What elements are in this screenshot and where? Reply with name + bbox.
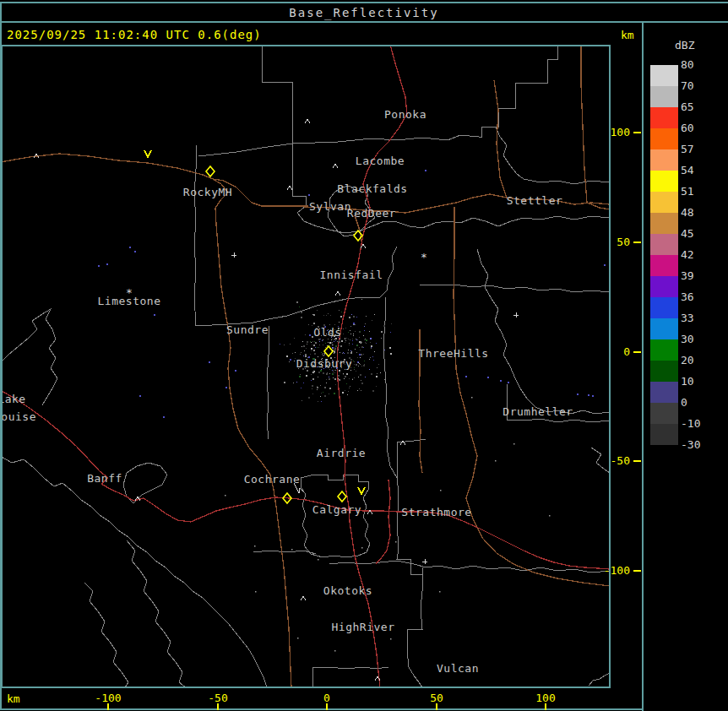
clutter-echo-dot — [354, 377, 355, 378]
clutter-echo-dot — [290, 344, 291, 345]
clutter-echo-dot — [339, 310, 340, 311]
clutter-echo-dot — [353, 334, 354, 334]
clutter-echo-dot — [320, 396, 321, 397]
clutter-echo-dot — [329, 377, 329, 377]
clutter-echo-dot — [317, 386, 318, 387]
clutter-echo-dot — [389, 347, 391, 349]
clutter-echo-dot — [334, 339, 334, 340]
clutter-echo-dot — [329, 393, 329, 394]
clutter-echo-dot — [323, 392, 323, 393]
clutter-echo-dot — [324, 387, 326, 388]
clutter-echo-dot — [361, 354, 362, 356]
clutter-echo-dot — [352, 340, 353, 341]
bottom-axis-tick — [545, 703, 546, 710]
clutter-echo-dot — [299, 376, 301, 377]
clutter-echo-dot — [299, 307, 300, 307]
clutter-echo-dot — [356, 345, 357, 346]
county-boundary-line — [420, 285, 610, 292]
weak-echo-dot — [235, 370, 236, 372]
clutter-echo-dot — [320, 339, 321, 339]
clutter-echo-dot — [313, 314, 315, 316]
colorbar-tick-label: 33 — [681, 312, 694, 324]
county-boundary-line — [397, 439, 426, 442]
city-label: Cochrane — [244, 473, 301, 486]
clutter-echo-dot — [326, 383, 327, 383]
colorbar-box — [650, 424, 678, 445]
clutter-echo-dot — [332, 347, 334, 349]
clutter-echo-dot — [315, 342, 317, 344]
city-label: Drumheller — [503, 405, 573, 418]
clutter-echo-dot — [345, 342, 345, 343]
weak-echo-dot — [604, 264, 606, 266]
clutter-echo-dot — [383, 325, 385, 327]
clutter-echo-dot — [350, 326, 351, 327]
stray-echo-dot — [361, 547, 363, 549]
city-label: Lake — [0, 393, 26, 405]
right-axis-tick-label: 100 — [603, 126, 630, 138]
colorbar-tick-label: 51 — [681, 185, 694, 198]
colorbar-box — [650, 128, 678, 149]
clutter-echo-dot — [315, 347, 316, 348]
clutter-echo-dot — [324, 354, 325, 355]
clutter-echo-dot — [357, 390, 358, 391]
bottom-axis-tick-label: 50 — [411, 692, 462, 704]
county-boundary-line — [127, 540, 186, 687]
clutter-echo-dot — [334, 378, 336, 380]
clutter-echo-dot — [334, 341, 334, 342]
clutter-echo-dot — [360, 374, 361, 376]
colorbar-tick-label: -30 — [681, 438, 700, 451]
clutter-echo-dot — [328, 313, 329, 314]
clutter-echo-dot — [318, 372, 320, 373]
v-marker-icon — [144, 150, 151, 157]
clutter-echo-dot — [332, 339, 333, 339]
clutter-echo-dot — [302, 346, 302, 347]
clutter-echo-dot — [353, 316, 355, 318]
clutter-echo-dot — [377, 367, 378, 368]
clutter-echo-dot — [349, 317, 350, 318]
clutter-echo-dot — [348, 332, 349, 333]
bottom-axis-unit: km — [7, 692, 20, 705]
clutter-echo-dot — [312, 314, 313, 315]
right-axis-tick — [633, 132, 641, 133]
clutter-echo-dot — [366, 339, 367, 341]
clutter-echo-dot — [360, 331, 361, 332]
clutter-echo-dot — [320, 385, 321, 386]
highway-brown-line — [454, 207, 610, 586]
clutter-echo-dot — [296, 382, 297, 383]
clutter-echo-dot — [334, 393, 335, 394]
clutter-echo-dot — [290, 359, 291, 361]
clutter-echo-dot — [363, 347, 364, 348]
colorbar-tick-label: 45 — [681, 227, 694, 240]
city-label: Blackfalds — [337, 182, 407, 195]
clutter-echo-dot — [341, 312, 342, 312]
clutter-echo-dot — [358, 366, 359, 366]
clutter-echo-dot — [329, 388, 331, 389]
clutter-echo-dot — [339, 340, 340, 341]
clutter-echo-dot — [321, 352, 322, 353]
panel-separator — [642, 23, 644, 711]
clutter-echo-dot — [366, 343, 367, 344]
county-boundary-line — [496, 127, 610, 184]
v-marker-icon — [358, 487, 365, 494]
clutter-echo-dot — [358, 362, 359, 363]
clutter-echo-dot — [345, 340, 346, 341]
city-label: Louise — [0, 410, 36, 423]
right-axis-tick-label: 0 — [603, 345, 630, 358]
colorbar-box — [650, 234, 678, 255]
clutter-echo-dot — [339, 322, 340, 323]
clutter-echo-dot — [320, 370, 322, 372]
clutter-echo-dot — [318, 377, 318, 377]
colorbar-tick-label: 30 — [681, 333, 694, 345]
clutter-echo-dot — [370, 338, 372, 339]
colorbar-tick-label: 36 — [681, 290, 694, 303]
clutter-echo-dot — [361, 383, 363, 384]
clutter-echo-dot — [361, 346, 363, 348]
weak-echo-dot — [508, 382, 509, 383]
clutter-echo-dot — [355, 331, 356, 332]
clutter-echo-dot — [303, 345, 305, 347]
clutter-echo-dot — [361, 390, 361, 391]
clutter-echo-dot — [341, 340, 343, 342]
clutter-echo-dot — [339, 370, 340, 372]
county-boundary-line — [84, 583, 128, 687]
colorbar-tick-label: 60 — [681, 122, 694, 134]
